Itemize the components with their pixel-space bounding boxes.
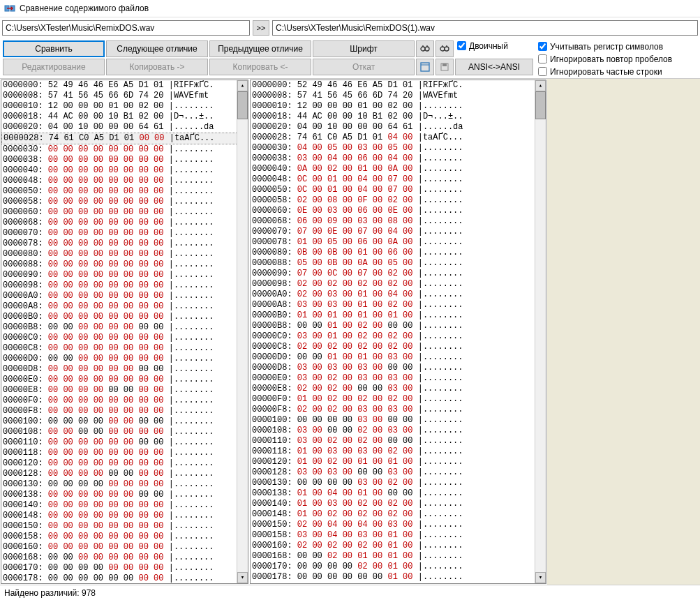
statusbar: Найдено различий: 978 <box>0 585 700 600</box>
hex-row: 0000038: 03 00 04 00 06 00 04 00 |......… <box>251 153 546 164</box>
hex-row: 0000150: 02 00 04 00 04 00 03 00 |......… <box>251 520 546 530</box>
hex-row: 0000098: 02 00 02 00 02 00 02 00 |......… <box>251 279 546 290</box>
hex-row: 0000130: 00 00 00 00 00 00 00 00 |......… <box>1 479 248 490</box>
hex-row: 0000168: 00 00 02 00 01 00 01 00 |......… <box>251 551 546 562</box>
rollback-button[interactable]: Откат <box>313 59 415 75</box>
case-label: Учитывать регистр символов <box>550 42 663 52</box>
lines-checkbox-row[interactable]: Игнорировать частые строки <box>538 66 672 77</box>
hex-row: 0000068: 06 00 09 00 03 00 08 00 |......… <box>251 216 546 227</box>
right-path-input[interactable] <box>272 20 698 36</box>
scroll-down-icon[interactable]: ▾ <box>535 572 546 583</box>
hex-row: 0000120: 01 00 02 00 01 00 01 00 |......… <box>251 457 546 467</box>
hex-row: 0000108: 03 00 00 00 02 00 03 00 |......… <box>251 426 546 436</box>
hex-row: 00000B0: 01 00 01 00 01 00 01 00 |......… <box>251 310 546 321</box>
compare-button[interactable]: Сравнить <box>3 40 105 57</box>
hex-row: 0000058: 02 00 08 00 0F 00 02 00 |......… <box>251 195 546 206</box>
hex-row: 0000178: 00 00 00 00 00 00 00 00 |......… <box>1 573 248 584</box>
hex-row: 00000D0: 00 00 00 00 00 00 00 00 |......… <box>1 354 248 364</box>
hex-row: 0000020: 04 00 10 00 00 00 64 61 |......… <box>251 122 546 133</box>
binoculars-icon <box>440 44 449 54</box>
hex-row: 0000110: 00 00 00 00 00 00 00 00 |......… <box>1 437 248 448</box>
scroll-down-icon[interactable]: ▾ <box>237 572 248 583</box>
toolbar: Сравнить Редактирование Следующее отличи… <box>0 38 700 78</box>
lines-checkbox[interactable] <box>538 67 547 76</box>
hex-row: 0000140: 00 00 00 00 00 00 00 00 |......… <box>1 500 248 511</box>
hex-row: 00000F8: 00 00 00 00 00 00 00 00 |......… <box>1 406 248 417</box>
hex-row: 00000F0: 00 00 00 00 00 00 00 00 |......… <box>1 396 248 406</box>
hex-row: 0000088: 00 00 00 00 00 00 00 00 |......… <box>1 260 248 270</box>
search-right-button[interactable] <box>435 40 454 57</box>
hex-row: 0000140: 01 00 03 00 02 00 02 00 |......… <box>251 499 546 509</box>
scroll-up-icon[interactable]: ▴ <box>237 80 248 91</box>
lines-label: Игнорировать частые строки <box>550 67 662 77</box>
hex-row: 0000030: 04 00 05 00 03 00 05 00 |......… <box>251 143 546 153</box>
hex-row: 0000120: 00 00 00 00 00 00 00 00 |......… <box>1 458 248 469</box>
hex-row: 0000058: 00 00 00 00 00 00 00 00 |......… <box>1 197 248 207</box>
hex-row: 00000B8: 00 00 01 00 02 00 00 00 |......… <box>251 321 546 331</box>
font-button[interactable]: Шрифт <box>313 40 415 57</box>
hex-row: 00000E0: 03 00 02 00 03 00 03 00 |......… <box>251 373 546 384</box>
copy-left-button[interactable]: Копировать <- <box>209 59 311 75</box>
search-left-button[interactable] <box>416 40 434 57</box>
hex-row: 00000B8: 00 00 00 00 00 00 00 00 |......… <box>1 322 248 333</box>
hex-row: 00000C0: 03 00 01 00 02 00 02 00 |......… <box>251 331 546 342</box>
path-row: >> <box>0 17 700 38</box>
scroll-thumb[interactable] <box>535 91 546 119</box>
hex-row: 0000038: 00 00 00 00 00 00 00 00 |......… <box>1 155 248 165</box>
hex-row: 00000D8: 00 00 00 00 00 00 00 00 |......… <box>1 364 248 375</box>
left-path-input[interactable] <box>2 20 250 36</box>
hex-row: 0000060: 00 00 00 00 00 00 00 00 |......… <box>1 207 248 218</box>
edit-button[interactable]: Редактирование <box>3 59 105 75</box>
hex-row: 0000158: 03 00 04 00 03 00 01 00 |......… <box>251 530 546 541</box>
hex-row: 0000108: 00 00 00 00 00 00 00 00 |......… <box>1 427 248 437</box>
hex-row: 0000080: 0B 00 0B 00 01 00 06 00 |......… <box>251 248 546 258</box>
hex-row: 0000028: 74 61 C0 A5 D1 01 04 00 |taАҐС.… <box>251 133 546 143</box>
hex-row: 0000028: 74 61 C0 A5 D1 01 00 00 |taАҐС.… <box>1 133 248 144</box>
spaces-label: Игнорировать повтор пробелов <box>550 54 672 64</box>
hex-row: 0000148: 01 00 02 00 02 00 02 00 |......… <box>251 509 546 520</box>
window-icon <box>420 62 430 72</box>
case-checkbox-row[interactable]: Учитывать регистр символов <box>538 40 672 52</box>
save-button[interactable] <box>435 59 454 75</box>
hex-row: 00000C0: 00 00 00 00 00 00 00 00 |......… <box>1 333 248 343</box>
hex-row: 0000050: 0C 00 01 00 04 00 07 00 |......… <box>251 185 546 195</box>
hex-row: 0000008: 57 41 56 45 66 6D 74 20 |WAVEfm… <box>251 91 546 101</box>
hex-row: 0000010: 12 00 00 00 01 00 02 00 |......… <box>1 101 248 112</box>
hex-row: 0000018: 44 AC 00 00 10 B1 02 00 |D¬...±… <box>1 112 248 122</box>
hex-row: 00000B0: 00 00 00 00 00 00 00 00 |......… <box>1 312 248 322</box>
hex-row: 00000C8: 02 00 02 00 02 00 02 00 |......… <box>251 342 546 352</box>
hex-row: 0000088: 05 00 0B 00 0A 00 05 00 |......… <box>251 258 546 269</box>
window-title: Сравнение содержимого файлов <box>20 3 149 13</box>
hex-row: 0000138: 01 00 04 00 01 00 00 00 |......… <box>251 488 546 499</box>
binary-checkbox-row[interactable]: Двоичный <box>457 40 508 52</box>
hex-row: 00000A0: 00 00 00 00 00 00 00 00 |......… <box>1 291 248 301</box>
prev-diff-button[interactable]: Предыдущее отличие <box>209 40 311 57</box>
scrollbar-right[interactable]: ▴ ▾ <box>535 80 546 583</box>
swap-button[interactable]: >> <box>253 20 269 36</box>
hex-row: 0000160: 00 00 00 00 00 00 00 00 |......… <box>1 542 248 553</box>
hex-row: 0000050: 00 00 00 00 00 00 00 00 |......… <box>1 186 248 197</box>
binary-checkbox[interactable] <box>457 41 466 50</box>
scroll-up-icon[interactable]: ▴ <box>535 80 546 91</box>
status-text: Найдено различий: 978 <box>4 588 96 598</box>
hex-row: 0000048: 00 00 00 00 00 00 00 00 |......… <box>1 176 248 186</box>
scroll-thumb[interactable] <box>237 91 248 119</box>
hex-row: 0000070: 00 00 00 00 00 00 00 00 |......… <box>1 228 248 239</box>
scrollbar-left[interactable]: ▴ ▾ <box>237 80 248 583</box>
hex-row: 0000170: 00 00 00 00 00 00 00 00 |......… <box>1 563 248 573</box>
encoding-button[interactable]: ANSI<->ANSI <box>455 59 533 75</box>
hex-panel-right[interactable]: 0000000: 52 49 46 46 E6 A5 D1 01 |RIFFжҐ… <box>250 80 546 584</box>
next-diff-button[interactable]: Следующее отличие <box>106 40 208 57</box>
hex-row: 0000148: 00 00 00 00 00 00 00 00 |......… <box>1 511 248 521</box>
spaces-checkbox[interactable] <box>538 54 547 63</box>
copy-right-button[interactable]: Копировать -> <box>106 59 208 75</box>
case-checkbox[interactable] <box>538 42 547 51</box>
hex-row: 0000008: 57 41 56 45 66 6D 74 20 |WAVEfm… <box>1 91 248 101</box>
hex-row: 0000090: 07 00 0C 00 07 00 02 00 |......… <box>251 269 546 279</box>
spaces-checkbox-row[interactable]: Игнорировать повтор пробелов <box>538 53 672 65</box>
hex-panel-left[interactable]: 0000000: 52 49 46 46 E6 A5 D1 01 |RIFFжҐ… <box>1 80 248 584</box>
hex-row: 0000078: 00 00 00 00 00 00 00 00 |......… <box>1 239 248 249</box>
view-mode-button[interactable] <box>416 59 434 75</box>
hex-row: 0000090: 00 00 00 00 00 00 00 00 |......… <box>1 270 248 280</box>
hex-row: 0000130: 00 00 00 00 03 00 02 00 |......… <box>251 478 546 488</box>
